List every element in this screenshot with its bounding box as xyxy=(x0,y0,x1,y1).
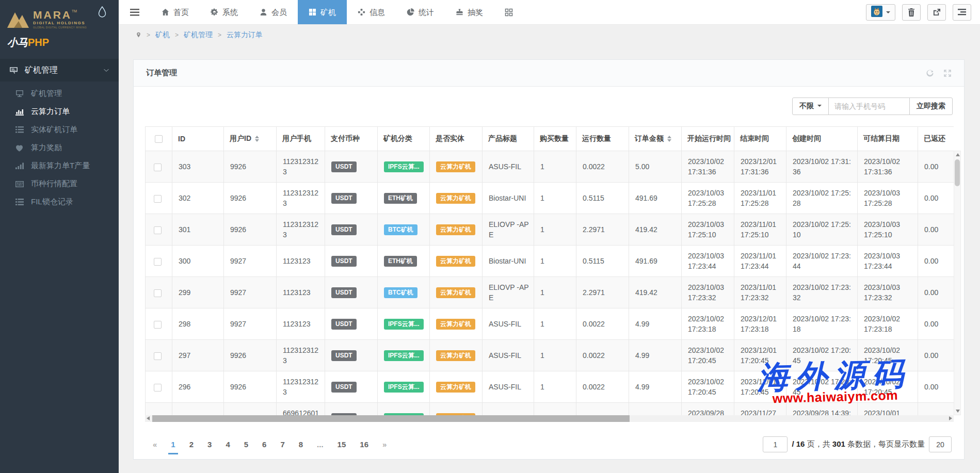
sidebar-group-miner-manage[interactable]: 矿机管理 xyxy=(0,59,119,81)
sidebar-item-cloud-order[interactable]: 云算力订单 xyxy=(0,103,119,121)
entity-badge: 云算力矿机 xyxy=(436,350,475,361)
entity-badge: 云算力矿机 xyxy=(436,224,475,235)
breadcrumb-link[interactable]: 矿机 xyxy=(155,30,170,40)
row-checkbox[interactable] xyxy=(154,226,162,234)
entity-badge: 云算力矿机 xyxy=(436,319,475,330)
page-3[interactable]: 3 xyxy=(207,440,212,449)
pie-icon xyxy=(407,8,414,16)
coin-badge: USDT xyxy=(331,193,357,204)
page-4[interactable]: 4 xyxy=(226,440,230,449)
sidebar-item-fil-lock[interactable]: FIL锁仓记录 xyxy=(0,193,119,211)
hamburger-icon[interactable] xyxy=(119,0,151,24)
select-all-checkbox[interactable] xyxy=(155,135,163,143)
nav-item-lottery[interactable]: 抽奖 xyxy=(445,0,494,24)
brand-subtitle: DIGITAL HOLDINGS xyxy=(33,21,87,25)
current-page-input[interactable] xyxy=(763,436,788,452)
column-created-time: 创建时间 xyxy=(786,127,858,151)
sidebar-item-entity-order[interactable]: 实体矿机订单 xyxy=(0,121,119,139)
filter-dropdown-button[interactable]: 不限 xyxy=(792,97,829,115)
horizontal-scroll-thumb[interactable] xyxy=(152,415,630,422)
sidebar-item-latest-output[interactable]: 最新算力单T产量 xyxy=(0,157,119,175)
sort-icon xyxy=(255,136,259,142)
row-checkbox[interactable] xyxy=(154,195,162,203)
page-size-input[interactable] xyxy=(929,436,952,452)
column-end-time: 结束时间 xyxy=(734,127,786,151)
avatar xyxy=(871,6,882,19)
coin-badge: USDT xyxy=(331,350,357,361)
page-7[interactable]: 7 xyxy=(280,440,284,449)
page-6[interactable]: 6 xyxy=(262,440,266,449)
scroll-right-arrow-icon[interactable] xyxy=(949,416,952,420)
sidebar-item-miner-manage[interactable]: 矿机管理 xyxy=(0,85,119,103)
entity-badge: 云算力矿机 xyxy=(436,287,475,298)
caret-down-icon xyxy=(817,105,822,109)
sort-icon xyxy=(667,136,671,142)
row-checkbox[interactable] xyxy=(154,321,162,329)
bar-chart-icon xyxy=(15,108,25,116)
search-submit-button[interactable]: 立即搜索 xyxy=(909,97,953,115)
nav-item-info[interactable]: 信息 xyxy=(347,0,396,24)
user-menu-button[interactable] xyxy=(866,4,895,21)
page-2[interactable]: 2 xyxy=(189,440,194,449)
row-checkbox[interactable] xyxy=(154,164,162,171)
page-next[interactable]: » xyxy=(382,440,387,449)
category-badge: BTC矿机 xyxy=(384,224,417,235)
scroll-left-arrow-icon[interactable] xyxy=(147,416,150,420)
nav-item-stats[interactable]: 统计 xyxy=(396,0,445,24)
column-title: 产品标题 xyxy=(483,127,534,151)
heart-icon xyxy=(15,144,25,152)
column-entity: 是否实体 xyxy=(430,127,483,151)
expand-icon[interactable] xyxy=(943,69,952,77)
sidebar-item-coin-config[interactable]: 币种行情配置 xyxy=(0,175,119,193)
page-prev[interactable]: « xyxy=(153,440,157,449)
signal-icon xyxy=(15,162,25,169)
sidebar-menu: 矿机管理 矿机管理 云算力订单 实体矿机订单 算力奖励 最新算力单T产量 币种行… xyxy=(0,59,119,211)
row-checkbox[interactable] xyxy=(154,384,162,392)
page-8[interactable]: 8 xyxy=(299,440,303,449)
scroll-up-arrow-icon[interactable] xyxy=(956,153,960,156)
search-row: 不限 立即搜索 xyxy=(145,97,953,115)
table-row: 301 9926 1123123123 USDT BTC矿机 云算力矿机 ELI… xyxy=(146,214,954,246)
scroll-down-arrow-icon[interactable] xyxy=(956,410,960,413)
entity-badge: 云算力矿机 xyxy=(436,161,475,172)
page-16[interactable]: 16 xyxy=(360,440,368,449)
sidebar: MARATM DIGITAL HOLDINGS GLOBAL DIGITAL C… xyxy=(0,0,119,473)
breadcrumb-link[interactable]: 云算力订单 xyxy=(227,30,263,40)
nav-item-home[interactable]: 首页 xyxy=(151,0,200,24)
external-link-button[interactable] xyxy=(927,4,946,21)
brand-logo: MARATM DIGITAL HOLDINGS GLOBAL DIGITAL C… xyxy=(6,9,111,31)
home-icon xyxy=(162,8,169,16)
row-checkbox[interactable] xyxy=(154,258,162,266)
column-amount[interactable]: 订单金额 xyxy=(629,127,682,151)
log-button[interactable] xyxy=(953,4,971,21)
menu-lines-icon xyxy=(958,9,966,15)
refresh-icon[interactable] xyxy=(926,69,934,77)
page-5[interactable]: 5 xyxy=(244,440,248,449)
page-15[interactable]: 15 xyxy=(338,440,346,449)
phone-search-input[interactable] xyxy=(828,97,910,115)
vertical-scroll-thumb[interactable] xyxy=(955,159,960,186)
row-checkbox[interactable] xyxy=(154,289,162,297)
breadcrumb-link[interactable]: 矿机管理 xyxy=(184,30,213,40)
nav-item-miner[interactable]: 矿机 xyxy=(298,0,347,24)
table-row: 298 9927 1123123 USDT IPFS云算... 云算力矿机 AS… xyxy=(146,308,954,340)
share-icon xyxy=(358,8,365,16)
table-viewport: ID 用户ID 用户手机 支付币种 矿机分类 是否实体 产品标题 购买数量 运行… xyxy=(145,126,954,415)
nav-item-system[interactable]: 系统 xyxy=(200,0,249,24)
column-start-time: 开始运行时间 xyxy=(682,127,734,151)
vertical-scrollbar[interactable] xyxy=(954,151,961,415)
category-badge: IPFS云算... xyxy=(384,350,424,361)
horizontal-scrollbar[interactable] xyxy=(145,415,954,422)
coin-badge: USDT xyxy=(331,224,357,235)
nav-item-member[interactable]: 会员 xyxy=(249,0,298,24)
sidebar-item-power-reward[interactable]: 算力奖励 xyxy=(0,139,119,157)
column-settle-date: 可结算日期 xyxy=(858,127,918,151)
trash-button[interactable] xyxy=(902,4,921,21)
external-link-icon xyxy=(933,8,941,16)
map-marker-icon xyxy=(136,31,141,39)
page-1[interactable]: 1 xyxy=(171,440,175,449)
nav-item-apps[interactable] xyxy=(494,0,524,24)
column-user-id[interactable]: 用户ID xyxy=(224,127,277,151)
category-badge: ETH矿机 xyxy=(384,193,417,204)
row-checkbox[interactable] xyxy=(154,352,162,360)
